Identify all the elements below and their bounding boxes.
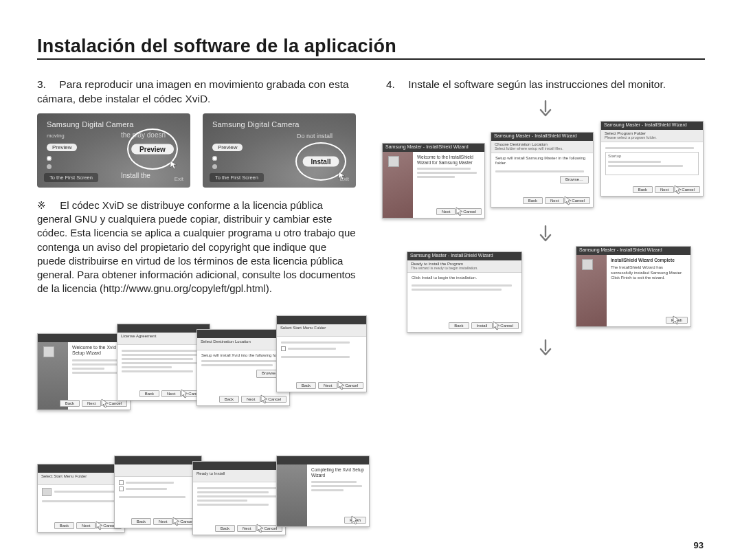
next-button[interactable]: Next: [545, 197, 564, 204]
svg-marker-4: [261, 395, 267, 403]
svg-marker-13: [675, 186, 681, 194]
svg-marker-12: [565, 197, 571, 205]
header: Select Destination Location: [197, 338, 289, 350]
next-button[interactable]: Next: [153, 518, 172, 525]
svg-marker-14: [493, 322, 499, 330]
install-button[interactable]: Install: [471, 322, 493, 329]
preview-pill: Preview: [212, 144, 243, 151]
brand-label: Samsung Digital Camera: [47, 120, 134, 128]
welcome-heading: Welcome to the InstallShield Wizard for …: [417, 155, 480, 166]
cursor-icon: [456, 207, 464, 216]
xvid-wizard-cascade-1: Welcome to the Xvid Setup Wizard Back Ne…: [37, 315, 356, 443]
svg-marker-8: [257, 524, 263, 533]
do-not-install-label: Do not install: [297, 133, 333, 139]
svg-marker-5: [338, 381, 344, 390]
next-button[interactable]: Next: [161, 390, 181, 397]
preview-pill: Preview: [47, 144, 77, 151]
back-button[interactable]: Back: [54, 522, 74, 529]
wiz-foldericon: Select Start Menu Folder Back Next Cance…: [37, 464, 125, 533]
note-text: El códec XviD se distribuye conforme a l…: [37, 199, 356, 295]
body-text: Click Install to begin the installation.: [412, 276, 517, 281]
cursor-icon: [564, 196, 572, 205]
next-button[interactable]: Next: [655, 186, 674, 193]
next-button[interactable]: Next: [82, 400, 101, 407]
next-button[interactable]: Next: [237, 525, 256, 532]
radio-donot: [212, 163, 220, 170]
callout-install: Install: [295, 142, 346, 181]
note-symbol: ※: [37, 199, 46, 211]
right-row-1: Samsung Master - InstallShield Wizard We…: [386, 125, 705, 221]
title-wrap: Instalación del software de la aplicació…: [37, 36, 705, 60]
titlebar: Samsung Master - InstallShield Wizard: [491, 133, 593, 141]
folder-icon: [42, 488, 52, 496]
wiz-ready: Ready to Install Back Next Cancel: [192, 461, 286, 535]
back-button[interactable]: Back: [633, 186, 653, 193]
titlebar: Samsung Master - InstallShield Wizard: [383, 144, 484, 152]
cursor-icon: [260, 394, 269, 404]
installer-screenshots-pair: Samsung Digital Camera moving the play d…: [37, 113, 356, 188]
wiz-completing: Completing the Xvid Setup Wizard Finish: [276, 456, 370, 527]
titlebar: Samsung Master - InstallShield Wizard: [601, 122, 703, 130]
back-button[interactable]: Back: [219, 396, 239, 403]
titlebar: Samsung Master - InstallShield Wizard: [407, 252, 521, 260]
cursor-icon: [493, 321, 501, 331]
manual-page: Instalación del software de la aplicació…: [0, 0, 742, 560]
back-button[interactable]: Back: [215, 525, 235, 532]
header: Ready to Install the Program The wizard …: [407, 260, 521, 273]
svg-marker-15: [673, 316, 679, 324]
side-icon: [43, 346, 54, 357]
wiz-sm-ready: Samsung Master - InstallShield Wizard Re…: [407, 251, 522, 333]
browse-button[interactable]: Browse…: [560, 176, 589, 184]
back-button[interactable]: Back: [60, 400, 80, 407]
right-row-2: Samsung Master - InstallShield Wizard Re…: [386, 247, 705, 335]
back-button[interactable]: Back: [523, 197, 543, 204]
hint: moving: [47, 133, 65, 139]
wiz-sm-destination: Samsung Master - InstallShield Wizard Ch…: [491, 132, 594, 208]
radio-install: [212, 155, 220, 161]
exit-label: Exit: [340, 176, 349, 182]
titlebar: [38, 334, 130, 342]
installer-screenshot-install: Samsung Digital Camera Preview Do not in…: [203, 113, 356, 188]
header: Choose Destination Location Select folde…: [491, 141, 593, 153]
cursor-icon: [673, 315, 681, 325]
wiz-tasks: Back Next Cancel: [114, 456, 202, 528]
next-button[interactable]: Next: [76, 522, 95, 529]
back-button[interactable]: Back: [449, 322, 469, 329]
cursor-icon: [101, 399, 109, 408]
back-button[interactable]: Back: [131, 518, 151, 525]
arrow-down-icon: [539, 100, 552, 118]
installer-screenshot-preview: Samsung Digital Camera moving the play d…: [37, 113, 190, 188]
next-button[interactable]: Next: [318, 382, 337, 389]
cursor-icon: [351, 515, 359, 525]
step-3-number: 3.: [37, 78, 47, 92]
svg-marker-9: [352, 516, 358, 524]
complete-heading: InstallShield Wizard Complete: [611, 258, 686, 263]
cursor-icon: [674, 185, 682, 194]
cursor-icon: [256, 524, 265, 533]
left-column: 3. Para reproducir una imagen en movimie…: [37, 78, 356, 560]
list-item: Startup: [608, 154, 696, 159]
first-screen-pill: To the First Screen: [44, 173, 98, 182]
svg-marker-11: [456, 208, 462, 216]
header: Select Program Folder Please select a pr…: [601, 130, 703, 142]
svg-marker-6: [96, 522, 102, 530]
back-button[interactable]: Back: [139, 390, 159, 397]
wiz-sm-welcome: Samsung Master - InstallShield Wizard We…: [382, 143, 485, 219]
callout-install-label: Install: [303, 156, 339, 166]
back-button[interactable]: Back: [296, 382, 316, 389]
install-the-text: Install the: [121, 172, 150, 179]
exit-label: Exit: [175, 176, 183, 182]
header: Select Start Menu Folder: [38, 473, 124, 485]
step-3-text: Para reproducir una imagen en movimiento…: [37, 78, 349, 104]
body-text: Setup will install Samsung Master in the…: [495, 156, 589, 166]
radio-donot: [47, 163, 54, 170]
next-button[interactable]: Next: [436, 208, 456, 215]
sub-line: moving: [47, 133, 65, 139]
next-button[interactable]: Next: [241, 396, 260, 403]
arrow-down-icon: [539, 339, 552, 357]
step-4: 4. Instale el software según las instruc…: [386, 78, 705, 92]
right-flow: Samsung D Preview Install To the First S…: [386, 96, 705, 361]
svg-marker-2: [102, 399, 108, 407]
wiz-startmenu: Select Start Menu Folder Back Next Cance…: [276, 315, 367, 392]
step-4-number: 4.: [386, 78, 396, 92]
